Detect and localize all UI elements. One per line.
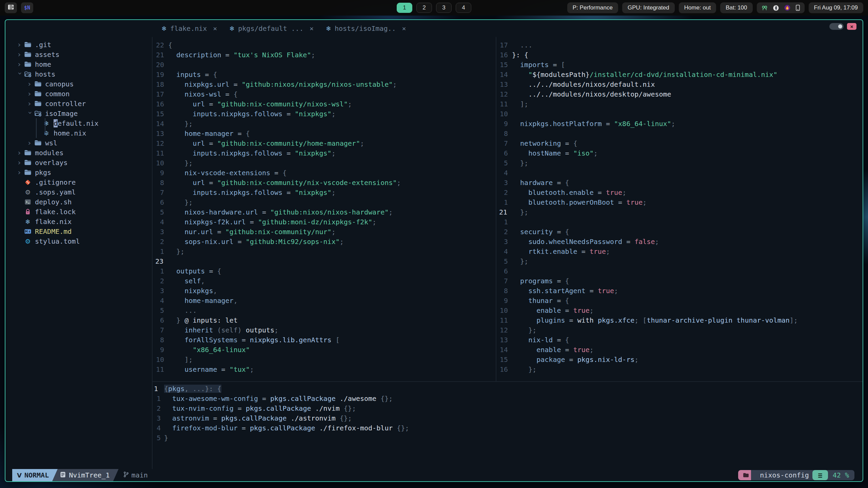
- code-line[interactable]: 7 programs = {: [496, 277, 863, 287]
- flame-icon[interactable]: [784, 5, 790, 11]
- status-pill-3[interactable]: Bat: 100: [720, 2, 752, 13]
- code-line[interactable]: 1 };: [153, 247, 496, 257]
- status-pill-2[interactable]: Home: out: [679, 2, 716, 13]
- tree-item-overlays[interactable]: ›overlays: [14, 158, 152, 167]
- code-line[interactable]: 3 nur.url = "github:nix-community/nur";: [153, 228, 496, 238]
- code-line[interactable]: 4 home-manager,: [153, 297, 496, 306]
- close-window-button[interactable]: ×: [847, 23, 856, 30]
- code-line[interactable]: 18 nixpkgs.url = "github:nixos/nixpkgs/n…: [153, 80, 496, 90]
- tab-flake-nix[interactable]: ❄flake.nix×: [155, 20, 223, 37]
- code-line[interactable]: 3 hardware = {: [496, 179, 863, 188]
- tree-item-flake-lock[interactable]: flake.lock: [14, 207, 152, 217]
- code-line[interactable]: 4 rtkit.enable = true;: [496, 247, 863, 257]
- code-line[interactable]: 9 "x86_64-linux": [153, 346, 496, 355]
- code-line[interactable]: 8 forAllSystems = nixpkgs.lib.genAttrs [: [153, 336, 496, 346]
- status-pill-1[interactable]: GPU: Integrated: [622, 2, 675, 13]
- code-line[interactable]: 1 outputs = {: [153, 267, 496, 277]
- code-line[interactable]: 14 "${modulesPath}/installer/cd-dvd/inst…: [496, 70, 863, 80]
- tab-hosts-isoImag-[interactable]: ❄hosts/isoImag..×: [320, 20, 412, 37]
- tree-item-modules[interactable]: ›modules: [14, 148, 152, 158]
- code-line[interactable]: 15 inputs.nixpkgs.follows = "nixpkgs";: [153, 110, 496, 120]
- code-line[interactable]: 13 ../../modules/nixos/default.nix: [496, 80, 863, 90]
- status-pill-0[interactable]: P: Performance: [567, 2, 618, 13]
- code-line[interactable]: 7 inherit (self) outputs;: [153, 326, 496, 336]
- tree-item-flake-nix[interactable]: ❄flake.nix: [14, 217, 152, 226]
- code-line[interactable]: 11 ];: [496, 100, 863, 110]
- code-line[interactable]: 16 url = "github:nix-community/nixos-wsl…: [153, 100, 496, 110]
- chevron-right-icon[interactable]: ›: [27, 90, 34, 97]
- tree-item-stylua-toml[interactable]: ⚙stylua.toml: [14, 236, 152, 246]
- pane-pkgs-default-nix[interactable]: 1{pkgs, ...}: {1 tux-awesome-wm-config =…: [153, 381, 863, 469]
- workspace-pill-4[interactable]: 4: [456, 3, 471, 13]
- tab-close-icon[interactable]: ×: [210, 24, 217, 33]
- code-line[interactable]: 1 bluetooth.powerOnBoot = true;: [496, 198, 863, 208]
- code-line[interactable]: 6 hostName = "iso";: [496, 149, 863, 159]
- launcher-button[interactable]: [5, 2, 17, 13]
- chevron-down-icon[interactable]: ›: [27, 110, 34, 117]
- code-line[interactable]: 8 url = "github:nix-community/nix-vscode…: [153, 179, 496, 188]
- code-line[interactable]: 3 sudo.wheelNeedsPassword = false;: [496, 238, 863, 247]
- tree-item-home[interactable]: ›home: [14, 59, 152, 69]
- tree-item-default-nix[interactable]: ❄default.nix: [14, 118, 152, 128]
- chevron-down-icon[interactable]: ›: [17, 71, 23, 78]
- code-line[interactable]: 10: [496, 110, 863, 120]
- tree-item-home-nix[interactable]: ❄home.nix: [14, 128, 152, 138]
- code-line[interactable]: 10 enable = true;: [496, 306, 863, 316]
- code-line[interactable]: 1: [496, 218, 863, 228]
- code-line[interactable]: 3 astronvim = pkgs.callPackage ./astronv…: [153, 414, 863, 424]
- tree-item--gitignore[interactable]: .gitignore: [14, 177, 152, 187]
- chevron-right-icon[interactable]: ›: [17, 51, 24, 58]
- chevron-right-icon[interactable]: ›: [17, 41, 24, 48]
- code-line[interactable]: 5 };: [496, 257, 863, 267]
- code-line[interactable]: 17 ...: [496, 41, 863, 51]
- code-line[interactable]: 5}: [153, 434, 863, 444]
- code-line[interactable]: 9 thunar = {: [496, 297, 863, 306]
- chevron-right-icon[interactable]: ›: [17, 149, 24, 156]
- code-line[interactable]: 15 package = pkgs.nix-ld-rs;: [496, 355, 863, 365]
- tree-item-README-md[interactable]: README.md: [14, 226, 152, 236]
- tree-item-common[interactable]: ›common: [14, 89, 152, 99]
- tree-item-canopus[interactable]: ›canopus: [14, 79, 152, 89]
- code-line[interactable]: 12 };: [496, 326, 863, 336]
- chevron-right-icon[interactable]: ›: [27, 140, 34, 146]
- code-line[interactable]: 7 networking = {: [496, 139, 863, 149]
- tree-item-controller[interactable]: ›controller: [14, 99, 152, 108]
- nix-logo-button[interactable]: $N: [21, 2, 33, 13]
- code-line[interactable]: 7 inputs.nixpkgs.follows = "nixpkgs";: [153, 188, 496, 198]
- pane-flake-nix[interactable]: 22{21 description = "tux's NixOS Flake";…: [153, 37, 496, 381]
- code-line[interactable]: 10 };: [153, 159, 496, 169]
- bluetooth-icon[interactable]: [773, 5, 779, 11]
- workspace-pill-1[interactable]: 1: [397, 3, 412, 13]
- code-line[interactable]: 13 nix-ld = {: [496, 336, 863, 346]
- clock[interactable]: Fri Aug 09, 17:09: [809, 2, 863, 13]
- network-icon[interactable]: [762, 5, 768, 11]
- code-line[interactable]: 12 ../../modules/nixos/desktop/awesome: [496, 90, 863, 100]
- code-line[interactable]: 16}: {: [496, 51, 863, 61]
- code-line[interactable]: 23: [153, 257, 496, 267]
- code-line[interactable]: 19 inputs = {: [153, 70, 496, 80]
- tab-close-icon[interactable]: ×: [307, 24, 314, 33]
- code-line[interactable]: 15 imports = [: [496, 61, 863, 70]
- code-line[interactable]: 10 ];: [153, 355, 496, 365]
- code-line[interactable]: 4: [496, 169, 863, 179]
- code-line[interactable]: 21 description = "tux's NixOS Flake";: [153, 51, 496, 61]
- code-line[interactable]: 2 self,: [153, 277, 496, 287]
- toggle-button[interactable]: [829, 23, 844, 30]
- code-line[interactable]: 16 };: [496, 365, 863, 375]
- tab-close-icon[interactable]: ×: [399, 24, 406, 33]
- code-line[interactable]: 14 };: [153, 120, 496, 129]
- code-line[interactable]: 11 username = "tux";: [153, 365, 496, 375]
- code-line[interactable]: 5 nixos-hardware.url = "github:nixos/nix…: [153, 208, 496, 218]
- code-line[interactable]: 2 sops-nix.url = "github:Mic92/sops-nix"…: [153, 238, 496, 247]
- tree-item-pkgs[interactable]: ›pkgs: [14, 167, 152, 177]
- tree-item-deploy-sh[interactable]: deploy.sh: [14, 197, 152, 207]
- chevron-right-icon[interactable]: ›: [17, 169, 24, 176]
- code-line[interactable]: 6 } @ inputs: let: [153, 316, 496, 326]
- code-line[interactable]: 2 bluetooth.enable = true;: [496, 188, 863, 198]
- tree-item-assets[interactable]: ›assets: [14, 49, 152, 59]
- chevron-right-icon[interactable]: ›: [27, 100, 34, 107]
- tree-item-hosts[interactable]: ›hosts: [14, 69, 152, 79]
- chevron-right-icon[interactable]: ›: [27, 81, 34, 87]
- tree-item-isoImage[interactable]: ›isoImage: [14, 108, 152, 118]
- code-line[interactable]: 4 firefox-mod-blur = pkgs.callPackage ./…: [153, 424, 863, 434]
